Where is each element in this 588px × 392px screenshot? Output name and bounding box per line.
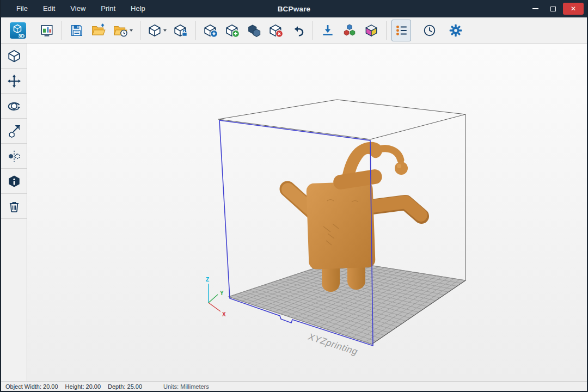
remove-model-button[interactable]: [266, 20, 286, 41]
add-model-button[interactable]: [223, 20, 242, 41]
toolbar-separator: [386, 21, 387, 40]
minimize-button[interactable]: [527, 3, 543, 15]
recent-folder-clock-icon: [113, 23, 128, 38]
remove-cube-icon: [269, 23, 283, 38]
add-cube-icon: [225, 23, 240, 38]
menu-edit[interactable]: Edit: [35, 0, 63, 17]
toolbar-separator: [62, 21, 62, 40]
menu-print[interactable]: Print: [93, 0, 123, 17]
main-area: Z Y X XYZprinting: [1, 44, 587, 381]
export-model-button[interactable]: [318, 20, 338, 41]
delete-tool-button[interactable]: [1, 194, 27, 219]
close-icon: ✕: [571, 5, 576, 13]
menubar: File Edit View Print Help: [9, 0, 153, 17]
scale-cube-icon: [7, 124, 21, 138]
titlebar: File Edit View Print Help BCPware ✕: [1, 0, 587, 17]
save-button[interactable]: [67, 20, 87, 41]
toolbar-separator: [140, 21, 140, 40]
axis-indicator: Z Y X: [206, 277, 226, 317]
clone-cubes-icon: [247, 23, 261, 38]
close-button[interactable]: ✕: [563, 3, 584, 15]
maximize-icon: [550, 7, 556, 11]
menu-help[interactable]: Help: [123, 0, 153, 17]
object-list-button[interactable]: [391, 20, 411, 41]
paint-model-button[interactable]: [362, 20, 381, 41]
move-arrows-icon: [7, 74, 21, 88]
status-height: Height: 20.00: [65, 383, 101, 390]
model-body: [306, 181, 375, 270]
view-tool-button[interactable]: [1, 44, 27, 69]
minimize-icon: [532, 8, 538, 9]
status-object-width: Object Width: 20.00: [5, 383, 58, 390]
open-recent-button[interactable]: [111, 20, 135, 41]
svg-text:3D: 3D: [18, 33, 24, 38]
import-cube-icon: [204, 23, 218, 38]
maximize-button[interactable]: [545, 3, 561, 15]
slicer-preview-button[interactable]: [37, 20, 57, 41]
view-mode-button[interactable]: [145, 20, 169, 41]
trash-icon: [7, 199, 21, 213]
statusbar: Object Width: 20.00 Height: 20.00 Depth:…: [1, 381, 587, 391]
import-model-button[interactable]: [201, 20, 220, 41]
undo-button[interactable]: [288, 20, 308, 41]
status-depth: Depth: 25.00: [108, 383, 142, 390]
gear-icon: [449, 23, 463, 38]
app-window: File Edit View Print Help BCPware ✕ 3D: [0, 0, 588, 392]
axis-z-label: Z: [206, 277, 209, 283]
info-cube-icon: [7, 174, 21, 188]
move-tool-button[interactable]: [1, 69, 27, 94]
lock-cube-icon: [174, 23, 188, 38]
view-cube-icon: [148, 23, 162, 38]
toolbar-separator: [195, 21, 196, 40]
axis-y-label: Y: [220, 290, 224, 296]
menu-view[interactable]: View: [63, 0, 93, 17]
mirror-tool-button[interactable]: [1, 144, 27, 169]
export-down-arrow-icon: [321, 23, 335, 38]
lock-cube-button[interactable]: [171, 20, 191, 41]
open-folder-icon: [91, 23, 106, 38]
clone-model-button[interactable]: [244, 20, 264, 41]
slicer-preview-icon: [40, 23, 54, 38]
rotate-cube-icon: [7, 99, 21, 113]
app-logo-3d-icon: 3D: [10, 22, 26, 39]
tool-sidebar: [1, 44, 27, 381]
mirror-cubes-icon: [7, 149, 21, 163]
scale-tool-button[interactable]: [1, 119, 27, 144]
toolbar: 3D: [1, 17, 587, 44]
paint-cube-icon: [364, 23, 378, 38]
axis-x-label: X: [222, 311, 226, 317]
multicolor-models-button[interactable]: [340, 20, 359, 41]
viewport-3d[interactable]: Z Y X XYZprinting: [27, 44, 587, 381]
chevron-down-icon: [163, 29, 167, 32]
app-logo-button[interactable]: 3D: [8, 20, 28, 41]
menu-file[interactable]: File: [9, 0, 35, 17]
print-time-button[interactable]: [420, 20, 439, 41]
view-cube-icon: [7, 49, 21, 63]
open-file-button[interactable]: [89, 20, 108, 41]
window-controls: ✕: [527, 3, 587, 15]
toolbar-separator: [313, 21, 313, 40]
clock-icon: [422, 23, 437, 38]
window-title: BCPware: [278, 5, 311, 13]
model-figure[interactable]: [287, 142, 421, 292]
multicolor-cubes-icon: [342, 23, 357, 38]
save-icon: [70, 23, 84, 38]
chevron-down-icon: [130, 29, 133, 32]
object-list-icon: [394, 23, 408, 38]
info-tool-button[interactable]: [1, 169, 27, 194]
undo-icon: [291, 23, 305, 38]
print-bed: [229, 260, 465, 344]
status-units: Units: Millimeters: [163, 383, 209, 390]
settings-button[interactable]: [446, 20, 465, 41]
rotate-tool-button[interactable]: [1, 94, 27, 119]
